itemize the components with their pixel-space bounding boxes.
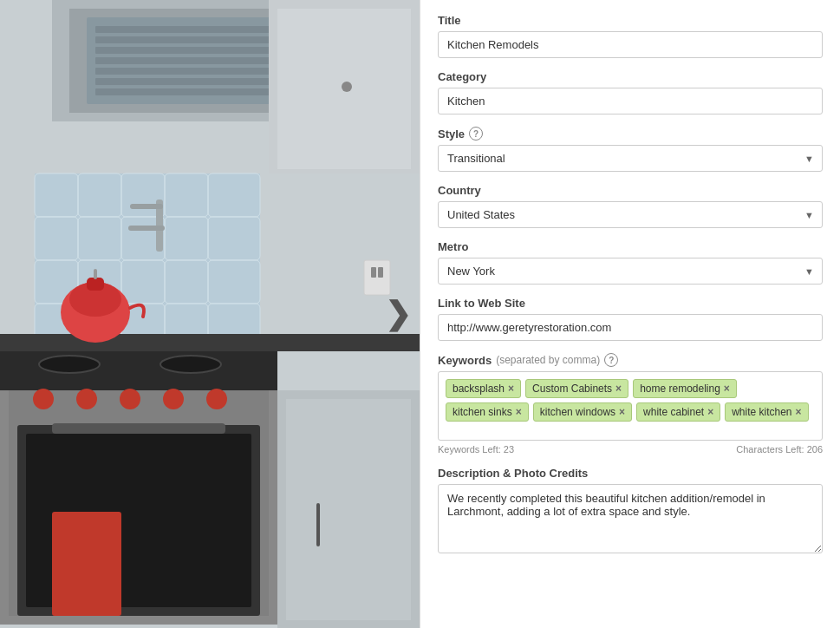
keyword-tag-kitchen-sinks: kitchen sinks × xyxy=(446,402,529,422)
svg-rect-56 xyxy=(364,260,390,295)
metro-select[interactable]: New York Los Angeles Chicago Houston xyxy=(438,258,823,285)
keyword-tag-custom-cabinets: Custom Cabinets × xyxy=(525,379,628,398)
style-field-group: Style ? Transitional Modern Traditional … xyxy=(438,127,823,172)
link-input[interactable] xyxy=(438,314,823,341)
country-select-wrapper: United States Canada United Kingdom Aust… xyxy=(438,201,823,228)
svg-rect-37 xyxy=(128,226,165,231)
keyword-tag-kitchen-windows: kitchen windows × xyxy=(533,402,632,422)
next-arrow-button[interactable]: ❯ xyxy=(385,296,411,332)
country-label: Country xyxy=(438,184,823,197)
svg-point-45 xyxy=(120,389,140,409)
link-field-group: Link to Web Site xyxy=(438,297,823,341)
svg-rect-57 xyxy=(371,267,376,278)
keywords-label: Keywords (separated by comma) ? xyxy=(438,353,823,367)
svg-point-42 xyxy=(160,356,221,373)
description-textarea[interactable] xyxy=(438,484,823,553)
description-field-group: Description & Photo Credits xyxy=(438,467,823,556)
keyword-tag-white-kitchen: white kitchen × xyxy=(725,402,808,422)
style-help-icon[interactable]: ? xyxy=(469,127,483,141)
keyword-tag-home-remodeling: home remodeling × xyxy=(633,379,737,398)
keyword-remove-backsplash[interactable]: × xyxy=(508,383,514,394)
keywords-box[interactable]: backsplash × Custom Cabinets × home remo… xyxy=(438,371,823,441)
keyword-remove-white-kitchen[interactable]: × xyxy=(796,407,802,417)
style-select[interactable]: Transitional Modern Traditional Contempo… xyxy=(438,145,823,172)
keyword-tag-white-cabinet: white cabinet × xyxy=(636,402,720,422)
svg-rect-55 xyxy=(0,334,420,351)
svg-point-47 xyxy=(206,389,227,409)
keywords-field-group: Keywords (separated by comma) ? backspla… xyxy=(438,353,823,455)
country-select[interactable]: United States Canada United Kingdom Aust… xyxy=(438,201,823,228)
title-label: Title xyxy=(438,14,823,27)
keyword-remove-kitchen-windows[interactable]: × xyxy=(619,407,625,417)
form-panel: Title Category Style ? Transitional Mode… xyxy=(420,0,840,628)
description-label: Description & Photo Credits xyxy=(438,467,823,480)
keyword-tag-backsplash: backsplash × xyxy=(446,379,521,398)
svg-rect-62 xyxy=(94,269,97,279)
category-field-group: Category xyxy=(438,70,823,114)
style-label: Style ? xyxy=(438,127,823,141)
link-label: Link to Web Site xyxy=(438,297,823,310)
svg-rect-61 xyxy=(87,278,104,291)
svg-point-44 xyxy=(76,389,97,409)
keyword-remove-home-remodeling[interactable]: × xyxy=(724,383,730,394)
svg-rect-53 xyxy=(286,399,411,620)
category-input[interactable] xyxy=(438,88,823,114)
photo-panel: ❯ xyxy=(0,0,420,628)
style-select-wrapper: Transitional Modern Traditional Contempo… xyxy=(438,145,823,172)
keyword-remove-kitchen-sinks[interactable]: × xyxy=(516,407,522,417)
characters-left: Characters Left: 206 xyxy=(736,444,823,455)
title-field-group: Title xyxy=(438,14,823,58)
svg-point-13 xyxy=(342,82,352,92)
category-label: Category xyxy=(438,70,823,83)
svg-rect-50 xyxy=(52,423,225,434)
keywords-footer: Keywords Left: 23 Characters Left: 206 xyxy=(438,444,823,455)
svg-point-43 xyxy=(33,389,54,409)
keywords-left: Keywords Left: 23 xyxy=(438,444,514,455)
svg-rect-51 xyxy=(52,512,121,616)
metro-field-group: Metro New York Los Angeles Chicago Houst… xyxy=(438,240,823,285)
svg-rect-54 xyxy=(316,503,320,546)
country-field-group: Country United States Canada United King… xyxy=(438,184,823,228)
keyword-remove-white-cabinet[interactable]: × xyxy=(707,407,713,417)
title-input[interactable] xyxy=(438,31,823,58)
keywords-sublabel: (separated by comma) xyxy=(496,354,600,366)
metro-label: Metro xyxy=(438,240,823,253)
keywords-help-icon[interactable]: ? xyxy=(604,353,618,367)
keyword-remove-custom-cabinets[interactable]: × xyxy=(615,383,622,394)
svg-point-46 xyxy=(163,389,184,409)
svg-point-41 xyxy=(39,356,100,373)
svg-rect-36 xyxy=(130,204,163,209)
metro-select-wrapper: New York Los Angeles Chicago Houston ▼ xyxy=(438,258,823,285)
svg-rect-58 xyxy=(378,267,383,278)
